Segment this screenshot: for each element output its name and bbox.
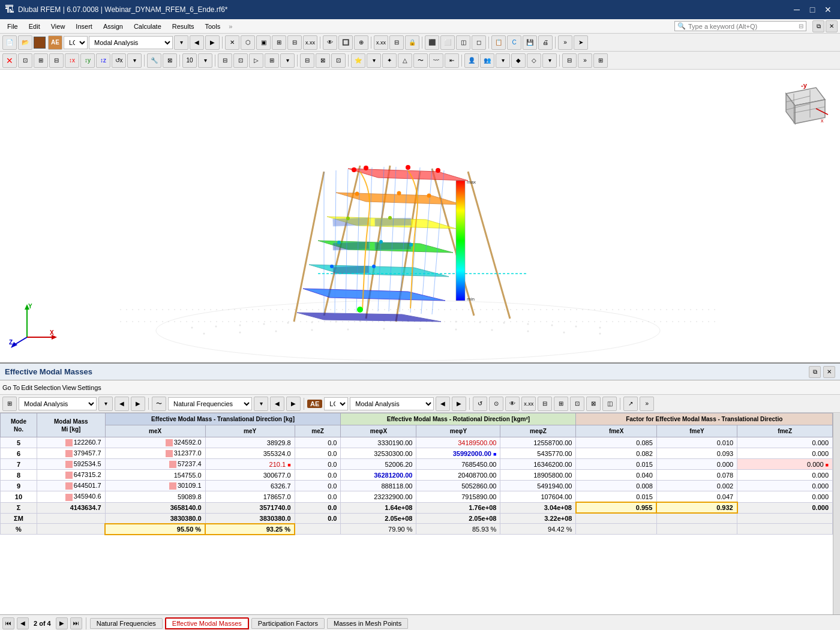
panel-freq-next-btn[interactable]: ▶ xyxy=(286,397,301,411)
tab-effective-modal-masses[interactable]: Effective Modal Masses xyxy=(165,617,249,629)
menu-tools[interactable]: Tools xyxy=(200,22,225,31)
panel-tb-export[interactable]: ↗ xyxy=(623,397,638,411)
tb-more-2[interactable]: » xyxy=(578,53,592,68)
tb-open[interactable]: 📂 xyxy=(18,35,32,50)
tb-dropdown-1[interactable]: ▾ xyxy=(174,35,188,50)
panel-tb-r1[interactable]: ↺ xyxy=(473,397,487,411)
tb-cursor[interactable]: ✕ xyxy=(225,35,239,50)
menu-view[interactable]: View xyxy=(46,22,70,31)
tb-x-axis[interactable]: ↕x xyxy=(65,53,79,68)
close-button[interactable]: ✕ xyxy=(821,2,835,17)
table-scrollbar[interactable] xyxy=(833,413,840,614)
tb-t1[interactable]: ⊟ xyxy=(218,53,232,68)
tb-t4[interactable]: ⊞ xyxy=(265,53,279,68)
tb-next-1[interactable]: ▶ xyxy=(205,35,220,50)
tb-print[interactable]: 🖨 xyxy=(538,35,553,50)
tb-rotate-arrow[interactable]: ▾ xyxy=(127,53,142,68)
panel-tb-r6[interactable]: ⊞ xyxy=(554,397,568,411)
tb-t7[interactable]: ⊡ xyxy=(331,53,346,68)
panel-lc-prev-btn[interactable]: ◀ xyxy=(436,397,450,411)
tb-t4d[interactable]: ▾ xyxy=(280,53,295,68)
tab-participation-factors[interactable]: Participation Factors xyxy=(251,618,325,629)
tb-t6[interactable]: ⊠ xyxy=(316,53,330,68)
panel-menu-selection[interactable]: Selection xyxy=(34,384,61,391)
tb-undo[interactable]: ✕ xyxy=(2,53,17,68)
tb-t5[interactable]: ⊟ xyxy=(300,53,314,68)
data-table-container[interactable]: ModeNo. Modal MassMi [kg] Effective Moda… xyxy=(0,413,833,614)
menu-results[interactable]: Results xyxy=(167,22,199,31)
tb-wave[interactable]: 〜 xyxy=(413,53,428,68)
panel-tb-r2[interactable]: ⊙ xyxy=(489,397,503,411)
tb-frame[interactable]: ⊞ xyxy=(34,53,48,68)
tb-filter[interactable]: ⊟ xyxy=(389,35,404,50)
tb-node[interactable]: ⬡ xyxy=(241,35,255,50)
search-input[interactable] xyxy=(688,23,796,30)
cube-navigator[interactable]: -y x xyxy=(768,76,834,142)
tb-tool2[interactable]: ⊠ xyxy=(163,53,177,68)
tb-lock[interactable]: 🔒 xyxy=(405,35,419,50)
tb-filter2[interactable]: ⊟ xyxy=(562,53,577,68)
tb-star-dropdown[interactable]: ▾ xyxy=(367,53,381,68)
panel-tb-r7[interactable]: ⊡ xyxy=(570,397,584,411)
tb-diamond-dropdown[interactable]: ▾ xyxy=(542,53,557,68)
tb-render1[interactable]: ⬛ xyxy=(425,35,439,50)
panel-more[interactable]: » xyxy=(640,397,654,411)
nav-prev-btn[interactable]: ◀ xyxy=(17,617,29,629)
tb-ae[interactable]: AE xyxy=(48,35,62,50)
tb-t3[interactable]: ▷ xyxy=(249,53,263,68)
panel-tb-r5[interactable]: ⊟ xyxy=(538,397,552,411)
tb-view1[interactable]: 👁 xyxy=(323,35,337,50)
tb-wave2[interactable]: 〰 xyxy=(429,53,443,68)
menu-file[interactable]: File xyxy=(2,22,23,31)
nav-last-btn[interactable]: ⏭ xyxy=(70,617,82,629)
tab-natural-frequencies[interactable]: Natural Frequencies xyxy=(90,618,163,629)
tb-more-1[interactable]: x.xx xyxy=(374,35,388,50)
tb-render2[interactable]: ⬜ xyxy=(440,35,455,50)
tb-3d[interactable]: ⊡ xyxy=(18,53,32,68)
tb-rotate-x[interactable]: ↺x xyxy=(112,53,126,68)
panel-lc-analysis-dropdown[interactable]: Modal Analysis xyxy=(350,397,434,410)
tb-more-right[interactable]: » xyxy=(558,35,572,50)
panel-prev-btn[interactable]: ◀ xyxy=(115,397,129,411)
tb-person2[interactable]: 👥 xyxy=(480,53,494,68)
panel-menu-settings[interactable]: Settings xyxy=(77,384,101,391)
tb-diamond2[interactable]: ◇ xyxy=(527,53,541,68)
tb-grid[interactable]: ⊞ xyxy=(593,53,608,68)
tb-arrow-lm[interactable]: ⇤ xyxy=(445,53,459,68)
tb-arrow-right[interactable]: ➤ xyxy=(574,35,588,50)
window-close-btn[interactable]: ✕ xyxy=(826,20,838,32)
minimize-button[interactable]: ─ xyxy=(790,2,804,17)
tb-person-dropdown[interactable]: ▾ xyxy=(496,53,510,68)
tb-xxx[interactable]: x.xx xyxy=(303,35,317,50)
search-box[interactable]: 🔍 ⊟ xyxy=(674,21,806,31)
panel-lc-next-btn[interactable]: ▶ xyxy=(452,397,466,411)
tb-prev-1[interactable]: ◀ xyxy=(190,35,204,50)
panel-tb-r3[interactable]: 👁 xyxy=(505,397,520,411)
menu-insert[interactable]: Insert xyxy=(71,22,97,31)
panel-tb-r4[interactable]: x.xx xyxy=(521,397,536,411)
panel-menu-view[interactable]: View xyxy=(62,384,76,391)
tb-star[interactable]: ⭐ xyxy=(351,53,365,68)
panel-restore-btn[interactable]: ⧉ xyxy=(809,366,821,378)
panel-menu-goto[interactable]: Go To xyxy=(2,384,20,391)
panel-freq-dropdown[interactable]: Natural Frequencies xyxy=(168,397,252,410)
tb-triangle[interactable]: △ xyxy=(398,53,412,68)
lc-dropdown-1[interactable]: LC9 xyxy=(64,36,88,49)
tb-num-dropdown[interactable]: ▾ xyxy=(198,53,212,68)
analysis-dropdown-1[interactable]: Modal Analysis xyxy=(89,36,173,49)
panel-freq-dropdown-btn[interactable]: ▾ xyxy=(254,397,268,411)
maximize-button[interactable]: □ xyxy=(805,2,820,17)
tb-save[interactable]: 💾 xyxy=(523,35,537,50)
panel-tb-r8[interactable]: ⊠ xyxy=(586,397,601,411)
tb-chrome[interactable]: C xyxy=(507,35,521,50)
nav-first-btn[interactable]: ⏮ xyxy=(2,617,14,629)
tb-view3[interactable]: ⊕ xyxy=(354,35,368,50)
panel-close-btn[interactable]: ✕ xyxy=(823,366,835,378)
panel-lc-dropdown[interactable]: LC9 xyxy=(324,397,348,410)
panel-menu-edit[interactable]: Edit xyxy=(21,384,32,391)
panel-analysis-dropdown[interactable]: Modal Analysis xyxy=(19,397,97,410)
window-restore-btn[interactable]: ⧉ xyxy=(812,20,824,32)
tb-diamond[interactable]: ◆ xyxy=(511,53,526,68)
tb-solid[interactable]: ⊟ xyxy=(287,35,302,50)
tb-y-axis[interactable]: ↕y xyxy=(80,53,95,68)
